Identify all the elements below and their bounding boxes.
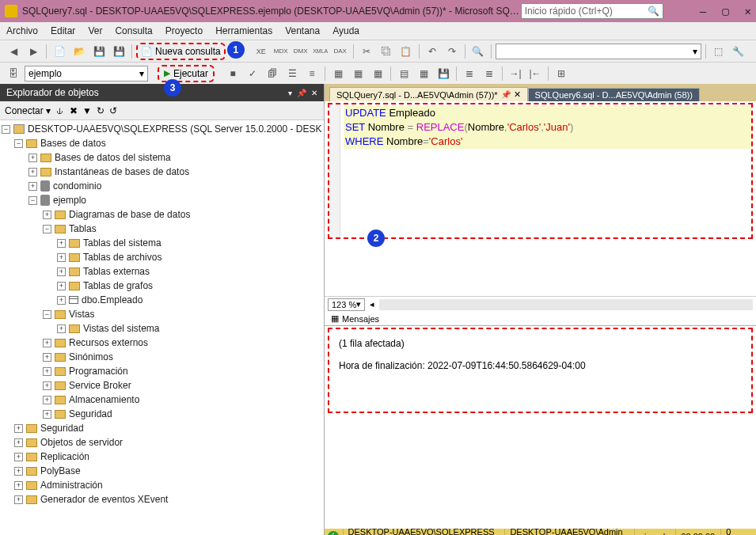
scroll-left-icon[interactable]: ◂ bbox=[370, 299, 374, 309]
menu-proyecto[interactable]: Proyecto bbox=[165, 25, 203, 36]
expand-toggle[interactable]: + bbox=[43, 211, 51, 219]
tree-programming[interactable]: Programación bbox=[69, 366, 128, 377]
results-grid-button[interactable]: ▦ bbox=[415, 65, 432, 82]
tree-security-db[interactable]: Seguridad bbox=[69, 408, 112, 419]
menu-archivo[interactable]: Archivo bbox=[6, 25, 38, 36]
expand-toggle[interactable]: + bbox=[43, 381, 51, 390]
tree-storage[interactable]: Almacenamiento bbox=[69, 394, 139, 405]
menu-ver[interactable]: Ver bbox=[88, 25, 102, 36]
object-explorer-tree[interactable]: −DESKTOP-UAAE5VQ\SQLEXPRESS (SQL Server … bbox=[0, 120, 324, 535]
database-selector[interactable]: ejemplo ▾ bbox=[25, 66, 148, 82]
intellisense-button[interactable]: ≡ bbox=[303, 65, 321, 82]
menu-editar[interactable]: Editar bbox=[51, 25, 75, 36]
pin-tab-icon[interactable]: 📌 bbox=[501, 90, 511, 99]
expand-toggle[interactable]: + bbox=[43, 367, 51, 376]
panel-dropdown-icon[interactable]: ▾ bbox=[288, 89, 292, 97]
results-file-button[interactable]: 💾 bbox=[435, 65, 452, 82]
solution-config-dropdown[interactable]: ▾ bbox=[496, 44, 701, 59]
expand-toggle[interactable]: − bbox=[2, 125, 10, 134]
expand-toggle[interactable]: + bbox=[57, 324, 66, 333]
nav-back-button[interactable]: ◀ bbox=[5, 43, 22, 60]
zoom-dropdown[interactable]: 123 % ▾ bbox=[328, 298, 365, 311]
save-button[interactable]: 💾 bbox=[90, 43, 108, 60]
expand-toggle[interactable]: − bbox=[28, 196, 37, 205]
outdent-button[interactable]: |← bbox=[526, 65, 544, 82]
expand-toggle[interactable]: − bbox=[43, 225, 51, 233]
maximize-button[interactable]: ▢ bbox=[722, 5, 728, 17]
tree-polybase[interactable]: PolyBase bbox=[40, 465, 81, 476]
dax-button[interactable]: DAX bbox=[332, 43, 349, 60]
close-tab-icon[interactable]: ✕ bbox=[514, 89, 521, 100]
expand-toggle[interactable]: − bbox=[14, 139, 23, 148]
expand-toggle[interactable]: + bbox=[43, 339, 51, 347]
tree-dbo-empleado[interactable]: dbo.Empleado bbox=[82, 294, 142, 305]
cut-button[interactable]: ✂ bbox=[358, 43, 375, 60]
tree-replication[interactable]: Replicación bbox=[40, 451, 89, 462]
undo-button[interactable]: ↶ bbox=[424, 43, 441, 60]
sql-editor[interactable]: UPDATE Empleado SET Nombre = REPLACE(Nom… bbox=[328, 103, 753, 239]
mdx-button[interactable]: MDX bbox=[272, 43, 290, 60]
use-db-button[interactable]: 🗄 bbox=[5, 65, 22, 82]
tree-tables[interactable]: Tablas bbox=[69, 223, 97, 234]
expand-toggle[interactable]: + bbox=[43, 410, 51, 419]
new-query-button[interactable]: 📄 Nueva consulta 1 bbox=[136, 43, 226, 60]
estimated-plan-button[interactable]: 🗐 bbox=[264, 65, 281, 82]
editor-tab-inactive[interactable]: SQLQuery6.sql - D...AE5VQ\Admin (58)) bbox=[528, 88, 700, 101]
uncomment-button[interactable]: ≣ bbox=[481, 65, 498, 82]
menu-consulta[interactable]: Consulta bbox=[115, 25, 152, 36]
messages-tab[interactable]: ▦ Mensajes bbox=[325, 312, 756, 326]
extensions-button[interactable]: ⬚ bbox=[710, 43, 728, 60]
expand-toggle[interactable]: + bbox=[57, 253, 66, 262]
expand-toggle[interactable]: + bbox=[57, 268, 66, 276]
expand-toggle[interactable]: + bbox=[14, 453, 23, 461]
tree-serverobj[interactable]: Objetos de servidor bbox=[40, 437, 123, 448]
results-text-button[interactable]: ▤ bbox=[395, 65, 412, 82]
editor-tab-active[interactable]: SQLQuery7.sql - D...AE5VQ\Admin (57))* 📌… bbox=[329, 87, 528, 101]
new-project-button[interactable]: 📄 bbox=[51, 43, 68, 60]
redo-button[interactable]: ↷ bbox=[443, 43, 461, 60]
expand-toggle[interactable]: + bbox=[43, 396, 51, 404]
close-panel-icon[interactable]: ✕ bbox=[311, 89, 317, 97]
expand-toggle[interactable]: + bbox=[43, 353, 51, 362]
stop-button[interactable]: ✖ bbox=[70, 105, 78, 116]
search-oe-button[interactable]: ↺ bbox=[109, 105, 117, 116]
comment-button[interactable]: ≣ bbox=[461, 65, 478, 82]
live-stats-button[interactable]: ▦ bbox=[349, 65, 367, 82]
tree-ejemplo[interactable]: ejemplo bbox=[53, 195, 86, 206]
execute-button[interactable]: ▶ Ejecutar 3 bbox=[158, 65, 215, 82]
paste-button[interactable]: 📋 bbox=[397, 43, 415, 60]
expand-toggle[interactable]: + bbox=[57, 239, 66, 248]
connect-button[interactable]: Conectar ▾ bbox=[5, 105, 51, 116]
settings-button[interactable]: 🔧 bbox=[730, 43, 747, 60]
find-button[interactable]: 🔍 bbox=[469, 43, 487, 60]
xmla-button[interactable]: XMLA bbox=[312, 43, 329, 60]
expand-toggle[interactable]: + bbox=[28, 182, 37, 191]
expand-toggle[interactable]: + bbox=[57, 296, 66, 305]
tree-sbroker[interactable]: Service Broker bbox=[69, 380, 131, 391]
include-plan-button[interactable]: ▦ bbox=[329, 65, 347, 82]
expand-toggle[interactable]: + bbox=[14, 495, 23, 504]
xe-button[interactable]: XE bbox=[253, 43, 270, 60]
close-button[interactable]: ✕ bbox=[745, 5, 751, 17]
expand-toggle[interactable]: + bbox=[14, 481, 23, 490]
dmx-button[interactable]: DMX bbox=[292, 43, 310, 60]
tree-xevent[interactable]: Generador de eventos XEvent bbox=[40, 494, 168, 505]
indent-button[interactable]: →| bbox=[507, 65, 524, 82]
tree-filetables[interactable]: Tablas de archivos bbox=[83, 252, 161, 263]
tree-exttables[interactable]: Tablas externas bbox=[83, 266, 150, 277]
tree-graphtables[interactable]: Tablas de grafos bbox=[83, 280, 153, 291]
expand-toggle[interactable]: + bbox=[28, 154, 37, 162]
expand-toggle[interactable]: + bbox=[57, 282, 66, 290]
tree-databases[interactable]: Bases de datos bbox=[40, 138, 106, 149]
tree-diagrams[interactable]: Diagramas de base de datos bbox=[69, 209, 190, 220]
editor-hscroll[interactable] bbox=[379, 299, 753, 310]
client-stats-button[interactable]: ▦ bbox=[369, 65, 386, 82]
quick-launch-input[interactable]: Inicio rápido (Ctrl+Q) 🔍 bbox=[521, 3, 663, 19]
tree-admin[interactable]: Administración bbox=[40, 480, 103, 491]
minimize-button[interactable]: — bbox=[700, 5, 706, 17]
tree-security[interactable]: Seguridad bbox=[40, 423, 84, 434]
expand-toggle[interactable]: + bbox=[14, 424, 23, 433]
tree-sysdb[interactable]: Bases de datos del sistema bbox=[55, 152, 171, 163]
nav-fwd-button[interactable]: ▶ bbox=[25, 43, 42, 60]
tree-extres[interactable]: Recursos externos bbox=[69, 337, 148, 348]
